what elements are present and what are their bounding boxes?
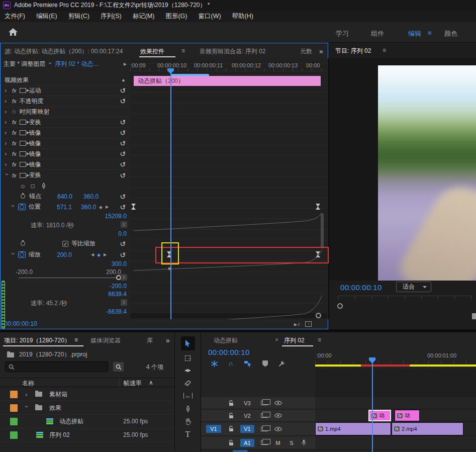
nest-sequence-icon[interactable] — [211, 360, 218, 367]
project-row-sequence[interactable]: 动态拼贴 25.00 fps — [0, 415, 174, 428]
playhead-line[interactable] — [170, 71, 171, 319]
fx-icon[interactable]: fx — [12, 172, 17, 178]
workspace-tab-learning[interactable]: 学习 — [336, 29, 349, 38]
add-keyframe-icon[interactable]: ◆ — [99, 205, 103, 210]
effect-name[interactable]: 不透明度 — [20, 97, 44, 106]
track-a1-header[interactable]: A1 M S — [201, 436, 315, 449]
chevron-right-icon[interactable]: › — [5, 99, 9, 104]
sort-ascending-icon[interactable]: ∧ — [149, 379, 153, 386]
timeline-tab-active[interactable]: 序列 02 — [284, 336, 305, 345]
fx-icon[interactable]: fx — [12, 130, 17, 136]
reset-icon[interactable]: ↺ — [120, 119, 126, 125]
mic-icon[interactable] — [302, 439, 306, 446]
anchor-x-value[interactable]: 640.0 — [57, 193, 72, 200]
razor-tool[interactable] — [175, 380, 201, 386]
timeline-panel-menu-icon[interactable]: ≡ — [318, 336, 321, 343]
effect-row-transform[interactable]: › fx 变换 ↺ — [1, 117, 130, 128]
play-icon[interactable]: ▶ — [124, 62, 127, 66]
tab-metadata[interactable]: 元数 — [300, 47, 312, 56]
mute-button[interactable]: M — [274, 440, 281, 446]
reset-icon[interactable]: ↺ — [120, 151, 126, 157]
menu-clip[interactable]: 剪辑(C) — [68, 12, 89, 21]
type-tool[interactable]: T — [175, 430, 201, 439]
effect-name[interactable]: 变换 — [29, 171, 41, 179]
project-row-bin[interactable]: › 素材箱 — [0, 388, 174, 401]
expand-graph-icon[interactable]: ↕ — [121, 221, 127, 228]
chevron-right-icon[interactable]: › — [5, 162, 9, 167]
chevron-right-icon[interactable]: › — [5, 88, 9, 93]
fx-icon[interactable]: fx — [12, 161, 17, 167]
reset-icon[interactable]: ↺ — [120, 98, 126, 104]
pen-mask-icon[interactable] — [41, 183, 47, 190]
libraries-tab[interactable]: 库 — [147, 336, 153, 345]
playhead-line[interactable] — [372, 358, 373, 452]
clip-1mp4[interactable]: fx 1.mp4 — [315, 422, 391, 435]
timeline-settings-wrench-icon[interactable] — [278, 360, 285, 367]
position-x-value[interactable]: 571.1 — [57, 204, 72, 211]
track-v3-header[interactable]: V3 — [201, 397, 315, 409]
lock-icon[interactable] — [229, 413, 234, 419]
project-search[interactable] — [5, 361, 108, 372]
menu-edit[interactable]: 编辑(E) — [36, 12, 57, 21]
effect-controls-panel-menu-icon[interactable]: ≡ — [181, 47, 185, 54]
label-color-swatch[interactable] — [10, 431, 18, 439]
item-name[interactable]: 效果 — [49, 404, 61, 412]
sync-lock-icon[interactable] — [261, 427, 268, 431]
timeline-ruler[interactable] — [315, 360, 476, 364]
sync-lock-icon[interactable] — [261, 413, 268, 418]
sequence-clip-label[interactable]: 序列 02 * 动态... — [55, 60, 98, 68]
reset-icon[interactable]: ↺ — [120, 161, 126, 167]
effect-row-mirror[interactable]: › fx 镜像 ↺ — [1, 128, 130, 138]
chevron-right-icon[interactable]: › — [25, 391, 27, 398]
expand-graph-icon[interactable]: ↕ — [121, 299, 127, 306]
pen-tool[interactable] — [175, 405, 201, 413]
label-color-swatch[interactable] — [10, 418, 18, 425]
effect-row-motion[interactable]: › fx 运动 ↺ — [1, 85, 130, 96]
effect-name[interactable]: 运动 — [29, 86, 41, 95]
chevron-right-icon[interactable]: › — [5, 141, 9, 146]
track-v1-header[interactable]: V1 V1 — [201, 422, 315, 435]
chevron-down-icon[interactable]: › — [11, 205, 16, 209]
track-name[interactable]: A1 — [240, 439, 254, 447]
zoom-level-select[interactable]: 适合 — [396, 282, 431, 292]
reset-icon[interactable]: ↺ — [120, 130, 126, 136]
effect-row-transform-expanded[interactable]: › fx 变换 ↺ — [1, 170, 130, 180]
menu-file[interactable]: 文件(F) — [5, 12, 25, 21]
menu-markers[interactable]: 标记(M) — [133, 12, 155, 21]
menu-help[interactable]: 帮助(H) — [232, 12, 253, 21]
workspace-tab-color[interactable]: 颜色 — [444, 29, 457, 38]
track-name[interactable]: V3 — [240, 399, 254, 407]
stopwatch-icon[interactable] — [21, 194, 25, 199]
reset-icon[interactable]: ↺ — [120, 194, 126, 200]
chevron-down-icon[interactable]: › — [11, 252, 16, 257]
effect-name[interactable]: 镜像 — [29, 129, 41, 137]
reset-icon[interactable]: ↺ — [120, 172, 126, 178]
stopwatch-icon-active[interactable] — [20, 252, 24, 257]
effect-name[interactable]: 镜像 — [29, 139, 41, 148]
column-name[interactable]: 名称 — [22, 379, 34, 388]
lock-icon[interactable] — [229, 400, 234, 406]
close-tab-icon[interactable]: × — [275, 336, 278, 343]
chevron-down-icon[interactable]: › — [24, 406, 29, 410]
play-audio-icon[interactable]: ▶♪ — [294, 320, 300, 327]
chevron-right-icon[interactable]: › — [5, 120, 9, 125]
snap-icon[interactable]: ∩ — [228, 360, 233, 367]
effect-row-mirror[interactable]: › fx 镜像 ↺ — [1, 159, 130, 170]
project-tab[interactable]: 项目: 2019（1280-720） — [4, 336, 70, 345]
tab-overflow-icon[interactable]: » — [166, 336, 170, 344]
timeline-timecode[interactable]: 00:00:00:10 — [208, 348, 250, 356]
stopwatch-icon[interactable] — [21, 241, 25, 246]
chevron-down-icon[interactable]: › — [48, 62, 53, 66]
export-frame-icon[interactable]: ↑ — [305, 321, 312, 327]
eye-icon[interactable] — [274, 401, 282, 405]
media-browser-tab[interactable]: 媒体浏览器 — [90, 336, 121, 345]
add-marker-icon[interactable] — [262, 360, 268, 367]
lock-icon[interactable] — [229, 426, 234, 432]
position-y-value[interactable]: 360.0 — [81, 204, 96, 211]
effect-name[interactable]: 时间重映射 — [20, 108, 50, 116]
program-panel-menu-icon[interactable]: ≡ — [383, 47, 386, 54]
column-framerate[interactable]: 帧速率 — [124, 379, 142, 388]
ellipse-mask-icon[interactable]: ○ — [21, 182, 25, 190]
expand-graph-icon[interactable]: ↕ — [121, 274, 127, 281]
workspace-tab-editing[interactable]: 编辑 — [408, 29, 421, 38]
